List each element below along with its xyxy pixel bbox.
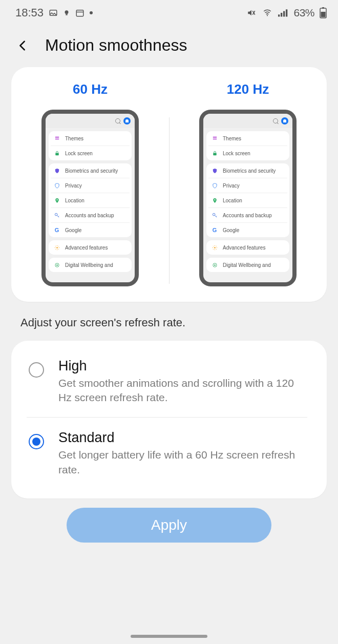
preview-60hz: 60 Hz ThemesLock screenBiometrics and se… [11, 81, 169, 286]
page-title: Motion smoothness [45, 36, 187, 55]
battery-percentage: 63% [293, 7, 314, 19]
mini-settings-group: Biometrics and securityPrivacyLocationAc… [49, 163, 132, 237]
mini-item-label: Advanced features [223, 245, 265, 251]
svg-point-16 [56, 199, 57, 200]
mini-item-label: Advanced features [65, 245, 108, 251]
more-dot-icon [90, 11, 93, 14]
mini-item-label: Biometrics and security [65, 168, 118, 174]
preview-row: 60 Hz ThemesLock screenBiometrics and se… [11, 81, 327, 286]
mini-settings-item: Lock screen [51, 146, 130, 160]
options-card: High Get smoother animations and scrolli… [11, 341, 327, 498]
svg-point-20 [56, 264, 58, 266]
back-button[interactable] [14, 37, 31, 54]
svg-rect-9 [281, 13, 282, 17]
svg-rect-14 [321, 12, 326, 17]
mini-settings-group: ThemesLock screen [49, 131, 132, 160]
mini-item-label: Lock screen [65, 151, 93, 156]
key-icon [212, 212, 218, 218]
mini-settings-item: Accounts and backup [51, 208, 130, 223]
svg-point-23 [213, 213, 215, 216]
option-desc: Get longer battery life with a 60 Hz scr… [58, 448, 305, 477]
phone-screen: ThemesLock screenBiometrics and security… [203, 114, 292, 282]
mini-item-label: Privacy [65, 183, 82, 189]
search-icon [273, 118, 278, 123]
mini-settings-group: Digital Wellbeing and [49, 258, 132, 272]
mini-settings-item: Biometrics and security [51, 163, 130, 178]
mini-item-label: Google [223, 227, 239, 233]
mini-settings-group: Advanced features [49, 240, 132, 255]
wellbeing-icon [54, 262, 60, 268]
svg-point-26 [214, 264, 216, 266]
svg-rect-11 [286, 9, 287, 16]
phone-mockup-120: ThemesLock screenBiometrics and security… [199, 110, 297, 286]
wellbeing-icon [212, 262, 218, 268]
mini-item-label: Themes [65, 136, 83, 141]
mini-settings-item: Digital Wellbeing and [208, 258, 287, 272]
mini-settings-item: Location [208, 193, 287, 208]
page-header: Motion smoothness [0, 26, 338, 67]
status-right: 63% [246, 7, 327, 19]
mini-settings-item: Advanced features [51, 240, 130, 255]
svg-point-17 [55, 213, 57, 216]
option-standard[interactable]: Standard Get longer battery life with a … [27, 417, 307, 489]
shield-icon [212, 168, 218, 174]
radio-high[interactable] [29, 362, 44, 378]
mini-settings-item: Biometrics and security [208, 163, 287, 178]
shield-icon [54, 168, 60, 174]
search-icon [115, 118, 120, 123]
option-title: High [58, 358, 305, 374]
mini-item-label: Biometrics and security [223, 168, 276, 174]
phone-mockup-60: ThemesLock screenBiometrics and security… [41, 110, 139, 286]
mini-item-label: Location [65, 198, 84, 203]
privacy-icon [212, 182, 218, 189]
home-indicator[interactable] [131, 635, 207, 638]
themes-icon [212, 135, 218, 141]
location-icon [212, 197, 218, 203]
option-body: High Get smoother animations and scrolli… [58, 358, 305, 405]
svg-rect-8 [278, 14, 280, 16]
mini-item-label: Digital Wellbeing and [65, 262, 113, 268]
svg-rect-21 [213, 153, 216, 155]
description-text: Adjust your screen's refresh rate. [0, 311, 338, 341]
battery-icon [320, 7, 327, 18]
radio-standard[interactable] [29, 434, 44, 449]
gear-icon [54, 244, 60, 251]
mini-settings-group: Advanced features [206, 240, 289, 255]
svg-rect-3 [76, 10, 83, 16]
calendar-icon [75, 8, 84, 17]
svg-point-24 [214, 247, 216, 248]
mini-item-label: Location [223, 198, 242, 203]
mini-settings-group: Biometrics and securityPrivacyLocationAc… [206, 163, 289, 237]
mini-item-label: Google [65, 227, 81, 233]
svg-rect-15 [55, 153, 58, 155]
privacy-icon [54, 182, 60, 189]
preview-120hz: 120 Hz ThemesLock screenBiometrics and s… [169, 81, 327, 286]
apply-wrap: Apply [0, 508, 338, 543]
wifi-icon [262, 8, 273, 17]
mini-settings-item: Themes [208, 131, 287, 146]
svg-rect-13 [322, 7, 324, 9]
mini-topbar [46, 114, 135, 128]
mini-item-label: Digital Wellbeing and [223, 262, 271, 268]
mini-settings-item: Lock screen [208, 146, 287, 160]
option-desc: Get smoother animations and scrolling wi… [58, 376, 305, 405]
status-bar: 18:53 63% [0, 0, 338, 26]
mini-settings-item: GGoogle [51, 223, 130, 237]
mini-settings-item: Location [51, 193, 130, 208]
option-body: Standard Get longer battery life with a … [58, 430, 305, 477]
option-high[interactable]: High Get smoother animations and scrolli… [27, 346, 307, 418]
avatar-icon [281, 117, 288, 124]
svg-rect-10 [283, 11, 285, 17]
svg-rect-2 [66, 14, 68, 15]
mini-item-label: Themes [223, 136, 241, 141]
bulb-icon [63, 8, 70, 17]
mini-item-label: Accounts and backup [65, 213, 114, 218]
mini-settings-group: Digital Wellbeing and [206, 258, 289, 272]
apply-button[interactable]: Apply [67, 508, 271, 543]
svg-point-22 [214, 199, 215, 200]
location-icon [54, 197, 60, 203]
google-icon: G [212, 227, 218, 233]
lock-icon [54, 150, 60, 156]
mini-settings-item: Privacy [51, 178, 130, 193]
mini-item-label: Accounts and backup [223, 213, 272, 218]
